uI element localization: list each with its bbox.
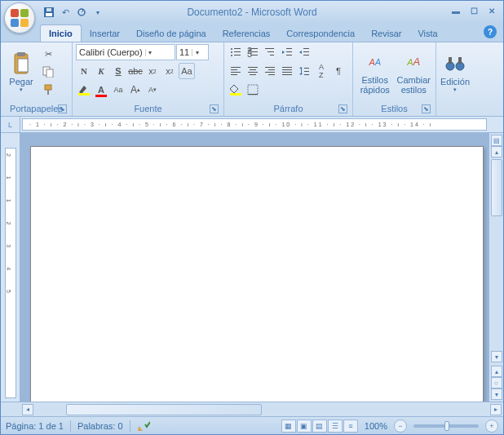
clipboard-dialog-launcher[interactable]: ⬊: [58, 104, 67, 113]
borders-button[interactable]: [245, 82, 261, 98]
copy-icon[interactable]: [40, 64, 56, 80]
print-layout-view[interactable]: ▦: [281, 419, 296, 433]
tab-selector[interactable]: L: [1, 117, 20, 132]
align-right-button[interactable]: [262, 63, 278, 79]
scroll-down-button[interactable]: ▾: [491, 351, 502, 362]
zoom-level[interactable]: 100%: [365, 421, 387, 431]
zoom-in-button[interactable]: +: [485, 419, 498, 433]
clear-format-button[interactable]: Aa: [110, 82, 126, 98]
justify-button[interactable]: [279, 63, 295, 79]
help-icon[interactable]: ?: [484, 25, 497, 38]
highlight-button[interactable]: [76, 82, 92, 98]
show-marks-button[interactable]: ¶: [330, 63, 347, 79]
scroll-left-button[interactable]: ◂: [22, 404, 33, 415]
scroll-right-button[interactable]: ▸: [490, 404, 502, 415]
group-font: Calibri (Cuerpo)▾ 11▾ N K S abc x2 x2 Aa…: [73, 42, 224, 116]
format-painter-icon[interactable]: [40, 82, 56, 98]
zoom-slider[interactable]: [413, 424, 479, 428]
tab-inicio[interactable]: Inicio: [40, 24, 82, 42]
cut-icon[interactable]: ✂: [40, 46, 56, 62]
underline-button[interactable]: S: [110, 63, 126, 79]
tab-revisar[interactable]: Revisar: [363, 25, 409, 42]
vertical-ruler[interactable]: 2 1 1 2 3 4 5: [5, 148, 16, 398]
scroll-up-button[interactable]: ▴: [491, 146, 502, 158]
shrink-font-button[interactable]: A▾: [144, 82, 161, 98]
zoom-slider-thumb[interactable]: [444, 421, 449, 431]
increase-indent-button[interactable]: [296, 44, 312, 60]
font-dialog-launcher[interactable]: ⬊: [210, 104, 219, 113]
group-paragraph: 123 AZ ¶ Párrafo⬊: [224, 42, 353, 116]
minimize-button[interactable]: ▬: [448, 4, 464, 17]
decrease-indent-button[interactable]: [279, 44, 295, 60]
svg-rect-35: [231, 72, 241, 73]
proofing-icon[interactable]: [137, 420, 150, 432]
numbering-button[interactable]: 123: [245, 44, 261, 60]
office-button[interactable]: [4, 2, 35, 33]
subscript-button[interactable]: x2: [144, 63, 161, 79]
close-button[interactable]: ✕: [484, 4, 500, 17]
document-page[interactable]: [30, 146, 484, 402]
zoom-out-button[interactable]: −: [394, 419, 407, 433]
align-center-button[interactable]: [245, 63, 261, 79]
prev-page-button[interactable]: ▴: [491, 366, 502, 377]
tab-vista[interactable]: Vista: [409, 25, 445, 42]
superscript-button[interactable]: x2: [161, 63, 178, 79]
svg-rect-34: [231, 69, 237, 70]
svg-rect-9: [45, 85, 51, 90]
horizontal-ruler[interactable]: · 1 · ı · 2 · ı · 3 · ı · 4 · ı · 5 · ı …: [22, 118, 487, 131]
document-area: 2 1 1 2 3 4 5 ▤ ▴ ▾ ▴ ○ ▾: [1, 133, 503, 402]
chevron-down-icon[interactable]: ▾: [192, 49, 201, 56]
font-family-combo[interactable]: Calibri (Cuerpo)▾: [76, 44, 175, 60]
grow-font-button[interactable]: A▴: [127, 82, 144, 98]
maximize-button[interactable]: ☐: [466, 4, 482, 17]
strikethrough-button[interactable]: abc: [127, 63, 144, 79]
svg-rect-32: [303, 55, 309, 55]
office-logo-icon: [11, 9, 29, 27]
font-size-combo[interactable]: 11▾: [176, 44, 209, 60]
next-page-button[interactable]: ▾: [491, 388, 502, 400]
ruler-toggle[interactable]: ▤: [491, 135, 502, 146]
tab-referencias[interactable]: Referencias: [214, 25, 279, 42]
align-left-button[interactable]: [228, 63, 244, 79]
hscroll-thumb[interactable]: [66, 404, 262, 415]
undo-icon[interactable]: ↶: [58, 5, 73, 20]
sort-button[interactable]: AZ: [313, 63, 329, 79]
svg-rect-29: [286, 55, 292, 55]
outline-view[interactable]: ☰: [328, 419, 343, 433]
svg-rect-26: [270, 55, 274, 55]
scroll-thumb[interactable]: [491, 159, 502, 216]
tab-diseno[interactable]: Diseño de página: [128, 25, 214, 42]
paste-button[interactable]: Pegar ▾: [4, 44, 38, 101]
tab-insertar[interactable]: Insertar: [82, 25, 128, 42]
bold-button[interactable]: N: [76, 63, 92, 79]
bullets-button[interactable]: [228, 44, 244, 60]
styles-dialog-launcher[interactable]: ⬊: [422, 104, 431, 113]
word-count[interactable]: Palabras: 0: [77, 421, 123, 431]
web-view[interactable]: ▤: [312, 419, 327, 433]
qat-customize-icon[interactable]: ▾: [91, 5, 105, 20]
save-icon[interactable]: [42, 5, 56, 20]
change-styles-button[interactable]: AA Cambiar estilos: [396, 44, 433, 101]
editing-button[interactable]: Edición ▾: [440, 44, 471, 101]
paragraph-label: Párrafo⬊: [228, 104, 349, 116]
svg-rect-37: [248, 67, 258, 68]
multilevel-list-button[interactable]: [262, 44, 278, 60]
browse-object-button[interactable]: ○: [491, 377, 502, 388]
chevron-down-icon[interactable]: ▾: [145, 49, 155, 56]
svg-rect-31: [303, 51, 309, 52]
paragraph-dialog-launcher[interactable]: ⬊: [338, 104, 347, 113]
redo-icon[interactable]: [74, 5, 89, 20]
reading-view[interactable]: ▣: [297, 419, 312, 433]
svg-rect-44: [268, 74, 275, 75]
draft-view[interactable]: ≡: [343, 419, 358, 433]
font-color-button[interactable]: A: [93, 82, 109, 98]
shading-button[interactable]: [228, 82, 244, 98]
change-case-button[interactable]: Aa: [179, 63, 195, 79]
page-status[interactable]: Página: 1 de 1: [6, 421, 64, 431]
italic-button[interactable]: K: [93, 63, 109, 79]
line-spacing-button[interactable]: [296, 63, 312, 79]
quick-styles-button[interactable]: AA Estilos rápidos: [356, 44, 394, 101]
svg-rect-23: [251, 55, 258, 55]
svg-rect-47: [282, 72, 292, 73]
tab-correspondencia[interactable]: Correspondencia: [278, 25, 363, 42]
